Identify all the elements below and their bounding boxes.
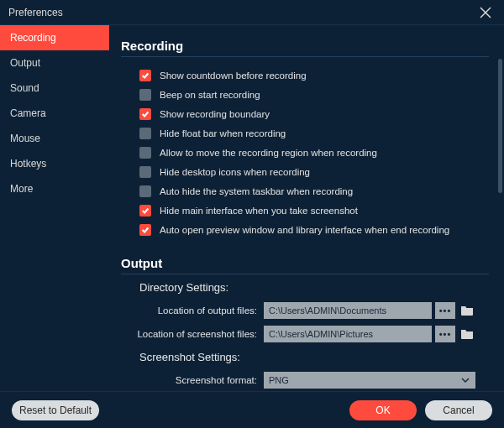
scrollbar[interactable] xyxy=(498,59,502,252)
open-screenshot-folder-button[interactable] xyxy=(459,326,475,342)
screenshot-format-row: Screenshot format: PNG xyxy=(121,370,489,390)
folder-icon xyxy=(460,305,474,316)
browse-screenshot-button[interactable]: ••• xyxy=(435,326,455,342)
cancel-button[interactable]: Cancel xyxy=(425,400,492,420)
check-beep-start[interactable]: Beep on start recording xyxy=(139,85,489,104)
directory-settings-title: Directory Settings: xyxy=(139,281,489,294)
select-value: PNG xyxy=(269,375,289,385)
checkbox-icon xyxy=(139,108,151,120)
recording-checks: Show countdown before recording Beep on … xyxy=(139,65,489,239)
footer-right: OK Cancel xyxy=(349,400,492,420)
output-files-input[interactable] xyxy=(264,302,432,319)
output-files-row: Location of output files: ••• xyxy=(121,300,489,321)
open-output-folder-button[interactable] xyxy=(459,302,475,319)
screenshot-files-label: Location of screenshot files: xyxy=(121,329,264,339)
check-label: Auto hide the system taskbar when record… xyxy=(160,186,353,196)
screenshot-files-input[interactable] xyxy=(264,326,432,342)
check-hide-floatbar[interactable]: Hide float bar when recording xyxy=(139,123,489,143)
check-hide-desktop-icons[interactable]: Hide desktop icons when recording xyxy=(139,162,489,181)
sidebar: Recording Output Sound Camera Mouse Hotk… xyxy=(0,25,109,391)
check-allow-move-region[interactable]: Allow to move the recording region when … xyxy=(139,143,489,162)
sidebar-item-label: Sound xyxy=(10,82,39,94)
footer: Reset to Default OK Cancel xyxy=(0,391,504,428)
check-hide-main-on-screenshot[interactable]: Hide main interface when you take screen… xyxy=(139,201,489,220)
screenshot-files-row: Location of screenshot files: ••• xyxy=(121,324,489,344)
check-label: Beep on start recording xyxy=(160,90,260,100)
check-label: Allow to move the recording region when … xyxy=(160,148,377,158)
checkbox-icon xyxy=(139,224,151,236)
body: Recording Output Sound Camera Mouse Hotk… xyxy=(0,25,504,391)
section-title-recording: Recording xyxy=(121,39,489,57)
content: Recording Show countdown before recordin… xyxy=(109,25,504,391)
check-label: Show countdown before recording xyxy=(160,70,307,81)
checkbox-icon xyxy=(139,70,151,81)
sidebar-item-label: Camera xyxy=(10,107,46,119)
checkbox-icon xyxy=(139,147,151,159)
reset-default-button[interactable]: Reset to Default xyxy=(12,400,99,420)
checkbox-icon xyxy=(139,89,151,101)
scrollbar-thumb[interactable] xyxy=(498,59,502,193)
output-files-label: Location of output files: xyxy=(121,305,264,316)
sidebar-item-output[interactable]: Output xyxy=(0,50,109,76)
section-title-output: Output xyxy=(121,256,489,274)
checkbox-icon xyxy=(139,128,151,139)
folder-icon xyxy=(460,328,474,340)
sidebar-item-camera[interactable]: Camera xyxy=(0,101,109,126)
check-auto-open-preview[interactable]: Auto open preview window and library int… xyxy=(139,220,489,239)
browse-output-button[interactable]: ••• xyxy=(435,302,455,319)
checkbox-icon xyxy=(139,185,151,197)
sidebar-item-label: More xyxy=(10,183,33,195)
ok-button[interactable]: OK xyxy=(349,400,417,420)
sidebar-item-hotkeys[interactable]: Hotkeys xyxy=(0,151,109,176)
sidebar-item-label: Mouse xyxy=(10,133,40,144)
check-show-boundary[interactable]: Show recording boundary xyxy=(139,104,489,123)
close-icon xyxy=(480,7,491,18)
screenshot-format-select[interactable]: PNG xyxy=(264,372,475,389)
close-button[interactable] xyxy=(474,1,497,24)
sidebar-item-label: Recording xyxy=(10,32,56,44)
screenshot-files-group: ••• xyxy=(264,326,489,342)
output-files-group: ••• xyxy=(264,302,489,319)
window-title: Preferences xyxy=(8,7,63,18)
sidebar-item-label: Hotkeys xyxy=(10,158,46,170)
check-auto-hide-taskbar[interactable]: Auto hide the system taskbar when record… xyxy=(139,181,489,201)
chevron-down-icon xyxy=(460,375,470,385)
screenshot-format-label: Screenshot format: xyxy=(121,375,264,385)
check-label: Show recording boundary xyxy=(160,109,270,119)
check-label: Auto open preview window and library int… xyxy=(160,225,449,235)
checkbox-icon xyxy=(139,205,151,217)
check-label: Hide desktop icons when recording xyxy=(160,167,310,177)
screenshot-format-group: PNG xyxy=(264,372,489,389)
preferences-window: Preferences Recording Output Sound Camer… xyxy=(0,0,504,428)
check-show-countdown[interactable]: Show countdown before recording xyxy=(139,65,489,85)
sidebar-item-sound[interactable]: Sound xyxy=(0,76,109,101)
content-wrap: Recording Show countdown before recordin… xyxy=(109,25,504,391)
sidebar-item-more[interactable]: More xyxy=(0,176,109,201)
check-label: Hide float bar when recording xyxy=(160,128,286,138)
sidebar-item-recording[interactable]: Recording xyxy=(0,25,109,50)
sidebar-item-label: Output xyxy=(10,57,40,69)
checkbox-icon xyxy=(139,166,151,178)
screenshot-settings-title: Screenshot Settings: xyxy=(139,351,489,363)
titlebar: Preferences xyxy=(0,0,504,25)
sidebar-item-mouse[interactable]: Mouse xyxy=(0,126,109,151)
check-label: Hide main interface when you take screen… xyxy=(160,206,358,216)
